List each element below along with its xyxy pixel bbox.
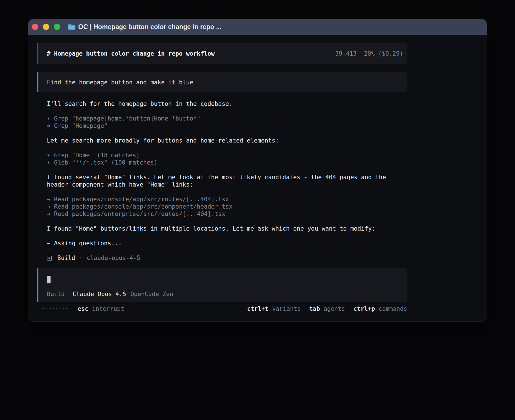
agent-separator: · [79,254,83,262]
agent-status: Build · claude-opus-4-5 [47,254,407,262]
agent-model: claude-opus-4-5 [87,254,140,262]
token-count: 39,413 [335,50,357,57]
assistant-status-text: ~ Asking questions... [47,240,407,247]
close-button[interactable] [32,24,38,30]
ctrl-p-key: ctrl+p [353,305,375,312]
prompt-input[interactable]: Build Claude Opus 4.5 OpenCode Zen [37,268,407,302]
tool-call-line: → Read packages/enterprise/src/routes/[.… [47,210,407,218]
agent-build-icon [47,256,52,261]
input-footer: Build Claude Opus 4.5 OpenCode Zen [47,290,399,298]
assistant-text: Let me search more broadly for buttons a… [47,137,407,144]
window-title: OC | Homepage button color change in rep… [78,23,221,31]
tool-call-group: → Read packages/console/app/src/routes/[… [47,196,407,218]
agent-name: Build [57,254,75,262]
tool-call-group: ∗ Grep "Home" (18 matches) ∗ Glob "**/*.… [47,152,407,166]
status-bar: ········ escinterrupt ctrl+tvariants tab… [37,305,407,312]
input-mode-badge[interactable]: Build [47,290,65,298]
esc-key: esc [78,305,88,312]
minimize-button[interactable] [43,24,49,30]
agents-hint: tabagents [309,305,345,312]
folder-icon [68,24,76,30]
tool-call-line: ∗ Grep "homepage|home.*button|Home.*butt… [47,115,407,122]
tool-call-line: ∗ Grep "Homepage" [47,122,407,130]
commands-hint: ctrl+pcommands [353,305,407,312]
ctrl-t-key: ctrl+t [247,305,269,312]
tool-call-line: ∗ Glob "**/*.tsx" (100 matches) [47,159,407,166]
assistant-text: I found several "Home" links. Let me loo… [47,174,407,188]
agents-label: agents [324,305,345,312]
variants-hint: ctrl+tvariants [247,305,301,312]
context-usage: 20% ($0.29) [364,50,403,57]
terminal-window: OC | Homepage button color change in rep… [28,19,487,322]
interrupt-hint: escinterrupt [78,305,124,312]
tool-call-line: → Read packages/console/app/src/componen… [47,203,407,210]
session-header: # Homepage button color change in repo w… [37,43,407,64]
tool-call-line: ∗ Grep "Home" (18 matches) [47,152,407,159]
input-provider-label: OpenCode Zen [130,290,173,298]
window-titlebar[interactable]: OC | Homepage button color change in rep… [28,19,487,35]
session-stats: 39,413 20% ($0.29) [335,50,403,57]
user-message-text: Find the homepage button and make it blu… [47,79,193,86]
interrupt-label: interrupt [92,305,124,312]
user-message: Find the homepage button and make it blu… [37,72,407,92]
zoom-button[interactable] [54,24,60,30]
assistant-text: I'll search for the homepage button in t… [47,100,407,108]
input-model-label: Claude Opus 4.5 [73,290,126,298]
tool-call-group: ∗ Grep "homepage|home.*button|Home.*butt… [47,115,407,130]
tool-call-line: → Read packages/console/app/src/routes/[… [47,196,407,203]
tab-key: tab [309,305,320,312]
spinner-icon: ········ [42,305,68,312]
text-cursor [47,276,51,283]
assistant-text: I found "Home" buttons/links in multiple… [47,225,407,232]
variants-label: variants [272,305,301,312]
commands-label: commands [379,305,407,312]
session-title: # Homepage button color change in repo w… [47,50,215,57]
